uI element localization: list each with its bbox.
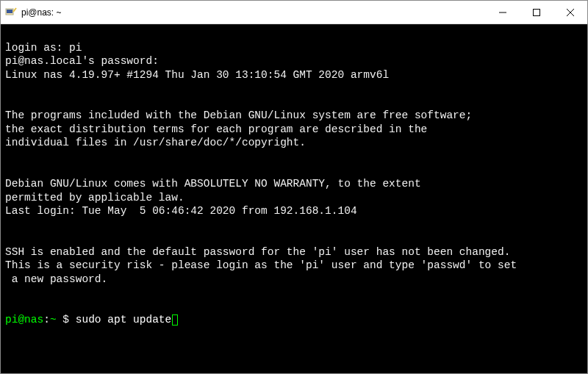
last-login-line: Last login: Tue May 5 06:46:42 2020 from…	[5, 205, 357, 217]
app-window: pi@nas: ~ login as: pi pi@nas.local's pa…	[0, 0, 588, 374]
svg-rect-4	[534, 9, 540, 15]
blank-line	[5, 286, 583, 300]
svg-rect-1	[7, 10, 12, 13]
blank-line	[5, 82, 583, 96]
motd-line: individual files in /usr/share/doc/*/cop…	[5, 137, 306, 148]
svg-line-2	[13, 8, 16, 12]
ssh-warning-line: This is a security risk - please login a…	[5, 259, 517, 271]
cursor-icon	[172, 314, 178, 326]
ssh-warning-line: a new password.	[5, 273, 107, 285]
putty-icon	[5, 7, 17, 18]
prompt-symbol: $	[57, 314, 76, 326]
prompt-user-host: pi@nas	[5, 314, 43, 326]
blank-line	[5, 150, 583, 164]
command-input[interactable]: sudo apt update	[76, 314, 172, 326]
prompt-sep: :	[43, 314, 50, 326]
ssh-warning-line: SSH is enabled and the default password …	[5, 246, 510, 258]
titlebar[interactable]: pi@nas: ~	[1, 1, 587, 24]
window-title: pi@nas: ~	[21, 7, 486, 18]
login-line: login as: pi	[5, 42, 82, 54]
blank-line	[5, 218, 583, 232]
motd-line: permitted by applicable law.	[5, 192, 184, 204]
motd-line: The programs included with the Debian GN…	[5, 109, 472, 121]
window-controls	[486, 1, 587, 24]
kernel-line: Linux nas 4.19.97+ #1294 Thu Jan 30 13:1…	[5, 69, 389, 81]
maximize-button[interactable]	[520, 1, 553, 24]
minimize-button[interactable]	[486, 1, 520, 24]
motd-line: the exact distribution terms for each pr…	[5, 123, 427, 135]
close-button[interactable]	[553, 1, 587, 24]
password-line: pi@nas.local's password:	[5, 55, 159, 67]
terminal-area[interactable]: login as: pi pi@nas.local's password: Li…	[1, 24, 587, 373]
prompt-line: pi@nas:~ $ sudo apt update	[5, 314, 178, 326]
motd-line: Debian GNU/Linux comes with ABSOLUTELY N…	[5, 178, 421, 190]
prompt-path: ~	[50, 314, 57, 326]
